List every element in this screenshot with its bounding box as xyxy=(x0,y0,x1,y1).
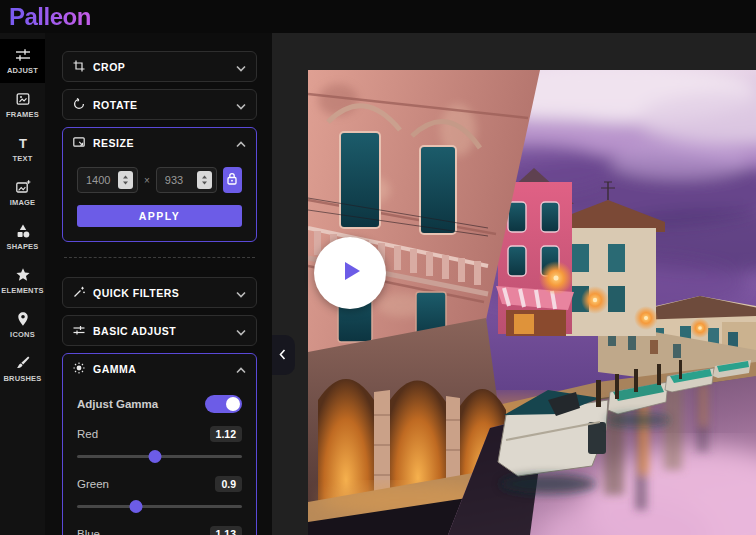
green-slider[interactable] xyxy=(77,500,242,513)
aspect-lock-button[interactable] xyxy=(223,167,242,193)
sidebar-item-shapes[interactable]: SHAPES xyxy=(0,215,45,259)
sliders-icon xyxy=(73,322,85,340)
times-symbol: × xyxy=(144,175,150,186)
red-slider-label: Red xyxy=(77,428,98,440)
gamma-section-header[interactable]: GAMMA xyxy=(63,354,256,383)
brush-icon xyxy=(15,355,31,371)
chevron-up-icon xyxy=(236,360,246,378)
chevron-down-icon xyxy=(236,96,246,114)
sidebar-item-label: TEXT xyxy=(13,154,33,163)
gamma-toggle-label: Adjust Gamma xyxy=(77,398,158,410)
resize-section: RESIZE × xyxy=(62,127,257,242)
map-pin-icon xyxy=(15,311,31,327)
sun-icon xyxy=(73,360,85,378)
green-slider-label: Green xyxy=(77,478,109,490)
chevron-down-icon xyxy=(236,58,246,76)
venice-canal-evening-photo[interactable] xyxy=(308,70,756,535)
slider-track xyxy=(77,505,242,508)
chevron-left-icon xyxy=(279,346,286,364)
adjust-panel: CROP ROTATE RESIZE xyxy=(45,33,272,535)
sidebar-item-brushes[interactable]: BRUSHES xyxy=(0,347,45,391)
height-stepper[interactable] xyxy=(197,171,212,189)
blue-value-badge: 1.13 xyxy=(210,526,242,535)
section-title: BASIC ADJUST xyxy=(93,325,228,337)
panel-divider xyxy=(64,257,255,258)
play-icon xyxy=(335,256,365,290)
sidebar-item-adjust[interactable]: ADJUST xyxy=(0,39,45,83)
svg-text:T: T xyxy=(19,136,27,151)
lock-icon xyxy=(226,172,238,188)
rotate-section-header[interactable]: ROTATE xyxy=(63,90,256,119)
sidebar-item-text[interactable]: T TEXT xyxy=(0,127,45,171)
sidebar-item-icons[interactable]: ICONS xyxy=(0,303,45,347)
sidebar-item-label: FRAMES xyxy=(6,110,39,119)
shapes-icon xyxy=(15,223,31,239)
basic-adjust-section-header[interactable]: BASIC ADJUST xyxy=(63,316,256,345)
gamma-toggle[interactable] xyxy=(205,395,242,413)
gamma-section: GAMMA Adjust Gamma Red 1.12 xyxy=(62,353,257,535)
gamma-blue-group: Blue 1.13 xyxy=(77,526,242,535)
sidebar-item-image[interactable]: IMAGE xyxy=(0,171,45,215)
quick-filters-section: QUICK FILTERS xyxy=(62,277,257,308)
red-slider-thumb[interactable] xyxy=(148,450,161,463)
sidebar-item-label: ICONS xyxy=(10,330,35,339)
green-slider-thumb[interactable] xyxy=(130,500,143,513)
gamma-red-group: Red 1.12 xyxy=(77,426,242,463)
resize-width-input[interactable] xyxy=(86,174,116,186)
toggle-knob xyxy=(226,397,240,411)
gamma-green-group: Green 0.9 xyxy=(77,476,242,513)
section-title: QUICK FILTERS xyxy=(93,287,228,299)
sidebar-item-frames[interactable]: FRAMES xyxy=(0,83,45,127)
chevron-up-icon xyxy=(236,134,246,152)
red-value-badge: 1.12 xyxy=(210,426,242,442)
chevron-down-icon xyxy=(236,284,246,302)
image-icon xyxy=(15,179,31,195)
width-stepper[interactable] xyxy=(118,171,133,189)
crop-section-header[interactable]: CROP xyxy=(63,52,256,81)
play-button[interactable] xyxy=(314,237,386,309)
app-header: Palleon xyxy=(0,0,756,33)
basic-adjust-section: BASIC ADJUST xyxy=(62,315,257,346)
section-title: CROP xyxy=(93,61,228,73)
resize-width-field xyxy=(77,167,138,193)
app-logo: Palleon xyxy=(9,3,91,31)
gamma-section-body: Adjust Gamma Red 1.12 Green 0.9 xyxy=(63,383,256,535)
crop-icon xyxy=(73,58,85,76)
rotate-section: ROTATE xyxy=(62,89,257,120)
section-title: GAMMA xyxy=(93,363,228,375)
sidebar-item-label: IMAGE xyxy=(10,198,36,207)
section-title: ROTATE xyxy=(93,99,228,111)
section-title: RESIZE xyxy=(93,137,228,149)
sidebar-item-label: SHAPES xyxy=(6,242,38,251)
sidebar-item-elements[interactable]: ELEMENTS xyxy=(0,259,45,303)
star-icon xyxy=(15,267,31,283)
chevron-down-icon xyxy=(236,322,246,340)
green-value-badge: 0.9 xyxy=(215,476,242,492)
red-slider[interactable] xyxy=(77,450,242,463)
crop-section: CROP xyxy=(62,51,257,82)
resize-height-field xyxy=(156,167,217,193)
quick-filters-section-header[interactable]: QUICK FILTERS xyxy=(63,278,256,307)
frames-icon xyxy=(15,91,31,107)
apply-button[interactable]: APPLY xyxy=(77,205,242,227)
resize-height-input[interactable] xyxy=(165,174,195,186)
resize-section-header[interactable]: RESIZE xyxy=(63,128,256,157)
rotate-icon xyxy=(73,96,85,114)
blue-slider-label: Blue xyxy=(77,528,100,535)
resize-icon xyxy=(73,134,85,152)
sidebar-item-label: ADJUST xyxy=(7,66,38,75)
text-icon: T xyxy=(15,135,31,151)
resize-section-body: × APPLY xyxy=(63,157,256,241)
sidebar-item-label: BRUSHES xyxy=(3,374,41,383)
tool-rail: ADJUST FRAMES T TEXT IMAGE xyxy=(0,33,45,535)
editor-canvas[interactable] xyxy=(272,33,756,535)
adjust-sliders-icon xyxy=(15,47,31,63)
magic-wand-icon xyxy=(73,284,85,302)
sidebar-item-label: ELEMENTS xyxy=(1,286,43,295)
